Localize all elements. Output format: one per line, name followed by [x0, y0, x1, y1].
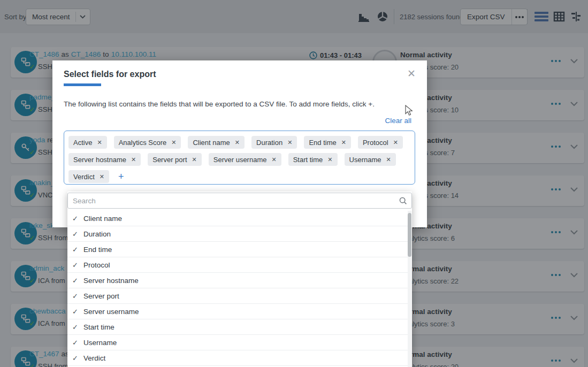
close-icon[interactable]: ✕	[407, 67, 416, 80]
mouse-cursor	[405, 105, 414, 117]
check-icon: ✓	[72, 261, 83, 269]
field-chip: Client name✕	[188, 136, 245, 149]
remove-chip-icon[interactable]: ✕	[386, 156, 391, 163]
remove-chip-icon[interactable]: ✕	[97, 139, 102, 146]
remove-chip-icon[interactable]: ✕	[393, 139, 398, 146]
remove-chip-icon[interactable]: ✕	[131, 156, 136, 163]
remove-chip-icon[interactable]: ✕	[235, 139, 240, 146]
field-chip: Verdict✕	[68, 170, 109, 183]
check-icon: ✓	[72, 308, 83, 316]
check-icon: ✓	[72, 339, 83, 347]
field-option[interactable]: ✓End time	[67, 242, 408, 257]
remove-chip-icon[interactable]: ✕	[341, 139, 346, 146]
remove-chip-icon[interactable]: ✕	[192, 156, 197, 163]
search-icon	[399, 197, 407, 205]
dialog-title: Select fields for export	[64, 70, 156, 79]
remove-chip-icon[interactable]: ✕	[100, 173, 104, 180]
field-options-popup: ✓Client name ✓Duration ✓End time ✓Protoc…	[67, 192, 412, 367]
check-icon: ✓	[72, 215, 83, 223]
field-chip: Start time✕	[288, 153, 338, 166]
field-chip: End time✕	[304, 136, 351, 149]
remove-chip-icon[interactable]: ✕	[171, 139, 176, 146]
field-option[interactable]: ✓Server hostname	[67, 273, 408, 288]
search-input[interactable]	[67, 193, 412, 209]
field-option-list: ✓Client name ✓Duration ✓End time ✓Protoc…	[67, 211, 408, 366]
remove-chip-icon[interactable]: ✕	[287, 139, 292, 146]
field-option[interactable]: ✓Protocol	[67, 257, 408, 273]
field-option[interactable]: ✓Duration	[67, 226, 408, 242]
check-icon: ✓	[72, 354, 83, 362]
sessions-screen: Sort by Most recent 2182 sessions found …	[0, 0, 588, 367]
title-accent-bar	[64, 83, 101, 86]
field-chip: Active✕	[68, 136, 107, 149]
check-icon: ✓	[72, 323, 83, 331]
field-chip: Server hostname✕	[68, 153, 141, 166]
check-icon: ✓	[72, 246, 83, 254]
field-option[interactable]: ✓Verdict	[67, 350, 408, 366]
add-field-button[interactable]: +	[116, 170, 126, 183]
field-option[interactable]: ✓Username	[67, 335, 408, 350]
field-chip: Protocol✕	[358, 136, 403, 149]
scrollbar-thumb[interactable]	[408, 213, 411, 257]
field-chip: Username✕	[345, 153, 396, 166]
field-option[interactable]: ✓Start time	[67, 319, 408, 335]
field-option[interactable]: ✓Server port	[67, 288, 408, 304]
field-option[interactable]: ✓Client name	[67, 211, 408, 226]
remove-chip-icon[interactable]: ✕	[327, 156, 332, 163]
scrollbar[interactable]	[408, 211, 411, 367]
field-chip: Server port✕	[148, 153, 202, 166]
field-chip: Duration✕	[251, 136, 297, 149]
field-option[interactable]: ✓Server username	[67, 304, 408, 319]
field-chip: Analytics Score✕	[114, 136, 181, 149]
check-icon: ✓	[72, 230, 83, 238]
remove-chip-icon[interactable]: ✕	[271, 156, 276, 163]
clear-all-link[interactable]: Clear all	[385, 117, 411, 125]
selected-fields-box: Active✕ Analytics Score✕ Client name✕ Du…	[64, 131, 415, 185]
check-icon: ✓	[72, 277, 83, 285]
check-icon: ✓	[72, 292, 83, 300]
dialog-description: The following list contains the fields t…	[64, 100, 401, 108]
field-chip: Server username✕	[209, 153, 281, 166]
